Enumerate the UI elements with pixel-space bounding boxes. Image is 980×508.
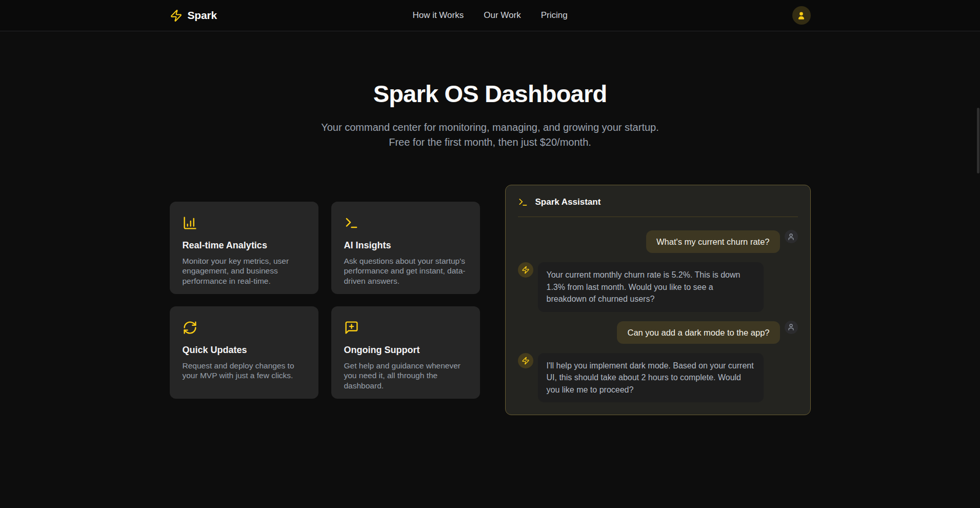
user-message-bubble: What's my current churn rate? (646, 230, 779, 253)
page-title: Spark OS Dashboard (0, 80, 980, 108)
navbar-left: Spark (170, 9, 413, 22)
assistant-message: I'll help you implement dark mode. Based… (518, 353, 798, 403)
zap-icon (522, 266, 530, 274)
assistant-message-bubble: Your current monthly churn rate is 5.2%.… (538, 262, 764, 312)
assistant-title: Spark Assistant (535, 197, 601, 207)
feature-title: AI Insights (344, 240, 467, 251)
nav-link-our-work[interactable]: Our Work (484, 10, 521, 21)
assistant-message: Your current monthly churn rate is 5.2%.… (518, 262, 798, 312)
message-square-plus-icon (344, 320, 467, 335)
user-icon (796, 11, 806, 21)
feature-card-ai-insights: AI Insights Ask questions about your sta… (331, 202, 480, 294)
page-scrollbar[interactable] (977, 108, 979, 173)
feature-description: Ask questions about your startup's perfo… (344, 256, 467, 286)
feature-description: Monitor your key metrics, user engagemen… (183, 256, 306, 286)
terminal-icon (344, 216, 467, 230)
feature-card-quick-updates: Quick Updates Request and deploy changes… (170, 306, 318, 399)
navbar-container: Spark How it Works Our Work Pricing (170, 6, 811, 25)
feature-card-ongoing-support: Ongoing Support Get help and guidance wh… (331, 306, 480, 399)
nav-link-how-it-works[interactable]: How it Works (412, 10, 464, 21)
user-icon (787, 233, 795, 241)
user-message: What's my current churn rate? (518, 230, 798, 253)
brand-logo[interactable]: Spark (170, 9, 217, 22)
zap-icon (522, 357, 530, 365)
zap-icon (170, 9, 183, 22)
user-message-bubble: Can you add a dark mode to the app? (617, 321, 779, 344)
feature-card-analytics: Real-time Analytics Monitor your key met… (170, 202, 318, 294)
feature-title: Quick Updates (183, 345, 306, 356)
nav-links: How it Works Our Work Pricing (412, 10, 567, 21)
chart-column-icon (183, 216, 306, 230)
feature-grid: Real-time Analytics Monitor your key met… (170, 202, 480, 399)
hero-section: Spark OS Dashboard Your command center f… (0, 31, 980, 150)
account-avatar-button[interactable] (792, 6, 811, 25)
feature-description: Request and deploy changes to your MVP w… (183, 361, 306, 381)
assistant-avatar (518, 353, 533, 368)
feature-title: Real-time Analytics (183, 240, 306, 251)
user-message: Can you add a dark mode to the app? (518, 321, 798, 344)
navbar: Spark How it Works Our Work Pricing (0, 0, 980, 31)
user-avatar (785, 230, 798, 243)
user-icon (787, 323, 795, 331)
terminal-icon (518, 197, 528, 207)
brand-name: Spark (188, 9, 217, 22)
feature-title: Ongoing Support (344, 345, 467, 356)
assistant-avatar (518, 262, 533, 278)
feature-description: Get help and guidance whenever you need … (344, 361, 467, 391)
assistant-header: Spark Assistant (518, 185, 798, 217)
message-list: What's my current churn rate? (506, 217, 810, 415)
nav-link-pricing[interactable]: Pricing (541, 10, 568, 21)
refresh-icon (183, 320, 306, 335)
user-avatar (785, 321, 798, 334)
page-subtitle: Your command center for monitoring, mana… (313, 120, 667, 150)
assistant-message-bubble: I'll help you implement dark mode. Based… (538, 353, 764, 403)
navbar-right (568, 6, 811, 25)
main-content: Real-time Analytics Monitor your key met… (170, 185, 811, 415)
spark-assistant-panel: Spark Assistant What's my current churn … (505, 185, 811, 415)
